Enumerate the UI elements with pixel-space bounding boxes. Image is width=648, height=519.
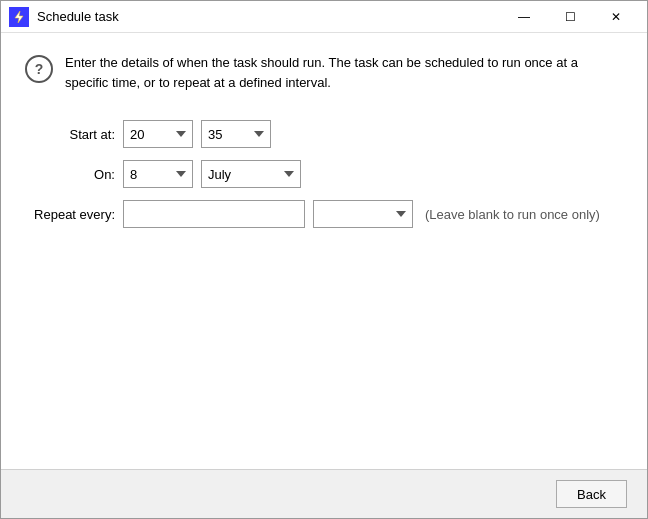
- back-button[interactable]: Back: [556, 480, 627, 508]
- info-icon: ?: [25, 55, 53, 83]
- minimize-button[interactable]: —: [501, 1, 547, 33]
- app-icon: [9, 7, 29, 27]
- title-bar: Schedule task — ☐ ✕: [1, 1, 647, 33]
- form-area: Start at: 20 0123 4567 891011 12131415 1…: [25, 120, 623, 228]
- start-at-label: Start at:: [25, 127, 115, 142]
- title-controls: — ☐ ✕: [501, 1, 639, 33]
- start-at-row: Start at: 20 0123 4567 891011 12131415 1…: [25, 120, 623, 148]
- window-title: Schedule task: [37, 9, 501, 24]
- repeat-label: Repeat every:: [25, 207, 115, 222]
- main-content: ? Enter the details of when the task sho…: [1, 33, 647, 469]
- repeat-input[interactable]: [123, 200, 305, 228]
- info-description: Enter the details of when the task shoul…: [65, 53, 623, 92]
- close-button[interactable]: ✕: [593, 1, 639, 33]
- repeat-hint: (Leave blank to run once only): [425, 207, 600, 222]
- footer: Back: [1, 469, 647, 518]
- svg-marker-0: [15, 11, 23, 23]
- month-select[interactable]: July JanuaryFebruaryMarch AprilMayJune A…: [201, 160, 301, 188]
- on-row: On: 8 1234 5679 10111213 14151617 181920…: [25, 160, 623, 188]
- minute-select[interactable]: 35 051015 20253040 455055: [201, 120, 271, 148]
- repeat-interval-select[interactable]: Minutes Hours Days Weeks Months: [313, 200, 413, 228]
- day-select[interactable]: 8 1234 5679 10111213 14151617 18192021 2…: [123, 160, 193, 188]
- repeat-row: Repeat every: Minutes Hours Days Weeks M…: [25, 200, 623, 228]
- hour-select[interactable]: 20 0123 4567 891011 12131415 16171819 21…: [123, 120, 193, 148]
- maximize-button[interactable]: ☐: [547, 1, 593, 33]
- on-label: On:: [25, 167, 115, 182]
- info-row: ? Enter the details of when the task sho…: [25, 53, 623, 92]
